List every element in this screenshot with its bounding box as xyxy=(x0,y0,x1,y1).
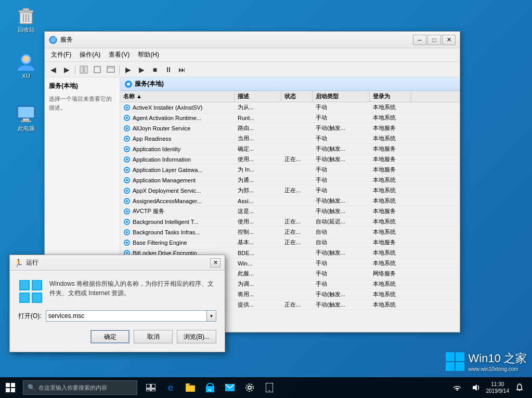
right-header-text: 服务(本地) xyxy=(135,79,164,88)
refresh-button[interactable] xyxy=(91,64,103,75)
forward-button[interactable]: ▶ xyxy=(60,64,73,75)
svg-rect-19 xyxy=(94,67,100,73)
minimize-button[interactable]: ─ xyxy=(413,35,426,45)
table-row[interactable]: Background Tasks Infras... 控制... 正在... 自… xyxy=(120,227,460,237)
service-status: 正在... xyxy=(281,217,313,227)
store-button[interactable]: 🛍 xyxy=(201,377,219,398)
table-row[interactable]: ActiveX Installer (AxInstSV) 为从... 手动 本地… xyxy=(120,102,460,113)
col-login[interactable]: 登录为 xyxy=(370,91,411,102)
svg-point-44 xyxy=(124,208,130,215)
table-row[interactable]: App Readiness 当用... 手动 本地系统 xyxy=(120,134,460,144)
service-login: 本地系统 xyxy=(370,217,411,227)
table-row[interactable]: AssignedAccessManager... Assi... 手动(触发..… xyxy=(120,196,460,206)
settings-button[interactable] xyxy=(240,377,259,398)
back-button[interactable]: ◀ xyxy=(47,64,59,75)
col-name[interactable]: 名称 ▲ xyxy=(120,91,235,102)
pc-desktop-icon[interactable]: 此电脑 xyxy=(9,104,43,132)
play2-button[interactable]: ▶ xyxy=(135,64,148,75)
service-status xyxy=(281,289,313,299)
run-buttons: 确定 取消 浏览(B)... xyxy=(18,330,216,343)
close-button[interactable]: ✕ xyxy=(442,35,456,45)
service-login: 本地服务 xyxy=(370,237,411,247)
service-startup: 手动 xyxy=(313,102,370,112)
desktop: 回收站 XU 此电脑 服务 xyxy=(0,0,532,398)
svg-rect-80 xyxy=(146,384,150,388)
run-browse-button[interactable]: 浏览(B)... xyxy=(177,330,216,343)
pause-button[interactable]: ⏸ xyxy=(162,64,175,75)
recycle-bin-icon[interactable]: 回收站 xyxy=(9,5,43,34)
svg-rect-20 xyxy=(107,67,114,72)
service-login: 本地系统 xyxy=(370,289,411,299)
user-desktop-icon[interactable]: XU xyxy=(9,52,43,79)
svg-point-34 xyxy=(124,156,130,163)
tablet-mode-button[interactable] xyxy=(260,377,279,398)
svg-rect-18 xyxy=(84,66,87,73)
run-ok-button[interactable]: 确定 xyxy=(90,330,129,343)
menu-view[interactable]: 查看(V) xyxy=(105,49,134,60)
file-explorer-button[interactable] xyxy=(181,377,200,398)
table-row[interactable]: Base Filtering Engine 基本... 正在... 自动 本地服… xyxy=(120,237,460,248)
svg-rect-69 xyxy=(33,281,41,289)
start-button[interactable] xyxy=(0,377,21,398)
table-row[interactable]: AllJoyn Router Service 路由... 手动(触发... 本地… xyxy=(120,123,460,134)
svg-rect-68 xyxy=(20,281,29,289)
volume-icon[interactable] xyxy=(468,377,484,398)
service-status xyxy=(281,144,313,154)
maximize-button[interactable]: □ xyxy=(427,35,441,45)
run-dropdown-button[interactable]: ▼ xyxy=(207,310,216,322)
run-close-button[interactable]: ✕ xyxy=(210,258,220,268)
table-row[interactable]: Agent Activation Runtime... Runt... 手动 本… xyxy=(120,113,460,123)
service-status xyxy=(281,258,313,268)
task-view-button[interactable] xyxy=(141,377,160,398)
service-name: AVCTP 服务 xyxy=(120,206,235,216)
svg-rect-2 xyxy=(23,8,29,11)
service-startup: 手动(触发... xyxy=(313,248,370,258)
taskbar-search[interactable]: 🔍 在这里输入你要搜索的内容 xyxy=(23,380,137,395)
col-desc[interactable]: 描述 xyxy=(235,91,281,102)
watermark-title: Win10 之家 xyxy=(469,352,527,365)
run-input-label: 打开(O): xyxy=(18,312,42,321)
table-row[interactable]: Background Intelligent T... 使用... 正在... … xyxy=(120,217,460,227)
svg-point-32 xyxy=(124,146,130,152)
service-login: 本地服务 xyxy=(370,206,411,216)
watermark-url: www.win10xtong.com xyxy=(469,366,527,372)
edge-button[interactable]: e xyxy=(161,377,180,398)
service-name: AppX Deployment Servic... xyxy=(120,185,235,195)
run-dialog-body: Windows 将根据你所输入的名称，为你打开相应的程序、文件夹、文档或 Int… xyxy=(10,271,225,352)
col-status[interactable]: 状态 xyxy=(281,91,313,102)
run-input-field[interactable] xyxy=(46,310,207,322)
clock[interactable]: 11:30 2019/9/14 xyxy=(486,381,510,394)
service-startup: 手动(触发... xyxy=(313,206,370,216)
menu-help[interactable]: 帮助(H) xyxy=(134,49,163,60)
svg-point-88 xyxy=(248,386,251,389)
table-row[interactable]: Application Management 为通... 手动 本地系统 xyxy=(120,175,460,185)
network-icon[interactable] xyxy=(449,377,465,398)
service-login: 本地系统 xyxy=(370,185,411,195)
run-cancel-button[interactable]: 取消 xyxy=(134,330,173,343)
run-input-combo: ▼ xyxy=(46,310,216,322)
table-row[interactable]: AVCTP 服务 这是... 手动(触发... 本地服务 xyxy=(120,206,460,217)
col-startup[interactable]: 启动类型 xyxy=(313,91,370,102)
table-row[interactable]: Application Identity 确定... 手动(触发... 本地服务 xyxy=(120,144,460,154)
table-row[interactable]: AppX Deployment Servic... 为部... 正在... 手动… xyxy=(120,185,460,196)
table-row[interactable]: Application Information 使用... 正在... 手动(触… xyxy=(120,154,460,165)
show-hide-button[interactable] xyxy=(77,64,90,75)
menu-file[interactable]: 文件(F) xyxy=(47,49,75,60)
start-service-button[interactable]: ▶ xyxy=(122,64,134,75)
stop-button[interactable]: ■ xyxy=(149,64,161,75)
service-desc: Win... xyxy=(235,258,281,268)
restart-button[interactable]: ⏭ xyxy=(176,64,188,75)
svg-rect-73 xyxy=(456,352,464,361)
svg-point-36 xyxy=(124,167,130,173)
service-desc: 为部... xyxy=(235,185,281,195)
table-row[interactable]: Application Layer Gatewa... 为 In... 手动 本… xyxy=(120,165,460,175)
svg-text:🛍: 🛍 xyxy=(208,388,212,392)
service-status xyxy=(281,206,313,216)
menu-action[interactable]: 操作(A) xyxy=(75,49,105,60)
export-button[interactable] xyxy=(105,64,117,75)
watermark: Win10 之家 www.win10xtong.com xyxy=(446,351,527,372)
mail-button[interactable] xyxy=(220,377,239,398)
svg-rect-78 xyxy=(6,388,10,392)
right-panel-header: 服务(本地) xyxy=(120,77,460,91)
notifications-icon[interactable] xyxy=(511,377,528,398)
